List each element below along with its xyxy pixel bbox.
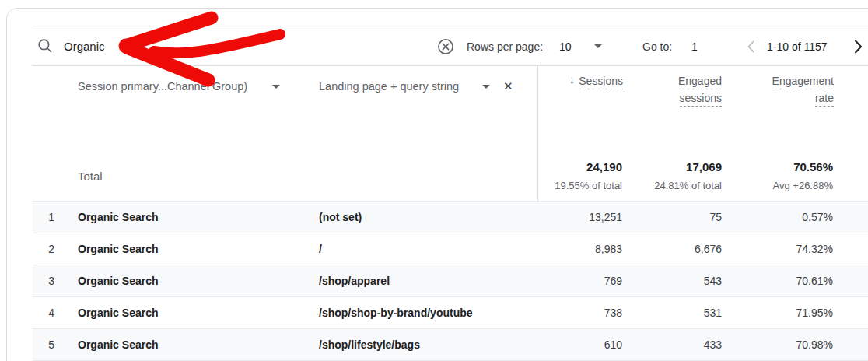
engaged-cell: 75: [636, 202, 722, 233]
total-rate-avg: Avg +26.88%: [732, 180, 833, 191]
engaged-cell: 433: [636, 329, 722, 360]
engaged-header-line2[interactable]: sessions: [680, 93, 722, 107]
total-label: Total: [78, 170, 103, 183]
total-engaged-sessions: 17,069 24.81% of total: [621, 160, 722, 191]
landing-page-cell: /shop/lifestyle/bags: [319, 329, 420, 360]
total-sessions: 24,190 19.55% of total: [521, 160, 622, 191]
sort-descending-icon[interactable]: ↓: [569, 72, 576, 86]
table-row: 3 Organic Search /shop/apparel 769 543 7…: [33, 265, 868, 297]
sessions-cell: 610: [529, 329, 622, 360]
rate-cell: 70.98%: [740, 329, 833, 360]
landing-page-cell: /shop/apparel: [319, 265, 390, 296]
analytics-report-table: Organic Rows per page: 10 Go to: 1 1-10 …: [0, 0, 868, 361]
previous-page-icon[interactable]: [744, 39, 759, 54]
sessions-cell: 769: [529, 265, 622, 296]
engaged-cell: 531: [636, 297, 722, 328]
clear-search-icon[interactable]: [437, 38, 454, 55]
toolbar-bottom-border: [33, 65, 868, 66]
search-icon: [37, 38, 53, 54]
table-row: 5 Organic Search /shop/lifestyle/bags 61…: [33, 329, 868, 361]
go-to-input[interactable]: 1: [691, 40, 698, 53]
rows-per-page-label: Rows per page:: [467, 40, 543, 53]
engaged-cell: 6,676: [636, 233, 722, 265]
rate-cell: 70.61%: [740, 265, 833, 296]
engaged-header-line1[interactable]: Engaged: [678, 75, 722, 89]
next-page-icon[interactable]: [849, 38, 866, 55]
channel-cell: Organic Search: [78, 297, 159, 328]
landing-page-cell: /shop/shop-by-brand/youtube: [319, 297, 473, 328]
column-header-engaged-sessions[interactable]: Engaged sessions: [678, 75, 722, 107]
pagination-range: 1-10 of 1157: [767, 40, 828, 53]
table-row: 2 Organic Search / 8,983 6,676 74.32%: [33, 233, 868, 265]
remove-landing-column-icon[interactable]: ✕: [503, 79, 513, 93]
row-index: 1: [33, 202, 54, 233]
rate-cell: 0.57%: [740, 202, 833, 233]
landing-page-cell: /: [319, 233, 322, 265]
rows-per-page-caret-icon[interactable]: [594, 44, 602, 48]
rate-header-line1[interactable]: Engagement: [772, 75, 834, 89]
channel-cell: Organic Search: [78, 202, 159, 233]
sessions-cell: 8,983: [529, 233, 622, 265]
engaged-cell: 543: [636, 265, 722, 296]
channel-cell: Organic Search: [78, 265, 159, 296]
sessions-cell: 738: [529, 297, 622, 328]
row-index: 2: [33, 233, 54, 265]
row-index: 5: [33, 329, 54, 360]
rate-cell: 71.95%: [740, 297, 833, 328]
column-header-channel[interactable]: Session primary...Channel Group): [78, 80, 247, 93]
total-engaged-value: 17,069: [621, 160, 722, 173]
total-sessions-value: 24,190: [521, 160, 622, 173]
search-input[interactable]: Organic: [64, 40, 105, 53]
total-sessions-share: 19.55% of total: [521, 180, 622, 191]
channel-cell: Organic Search: [78, 233, 159, 265]
sessions-cell: 13,251: [529, 202, 622, 233]
table-body: 1 Organic Search (not set) 13,251 75 0.5…: [33, 201, 868, 361]
rate-cell: 74.32%: [740, 233, 833, 265]
column-header-engagement-rate[interactable]: Engagement rate: [772, 75, 834, 107]
total-rate-value: 70.56%: [732, 160, 833, 173]
table-row: 1 Organic Search (not set) 13,251 75 0.5…: [33, 202, 868, 233]
toolbar-top-border: [33, 26, 868, 26]
channel-cell: Organic Search: [78, 329, 159, 360]
total-engagement-rate: 70.56% Avg +26.88%: [732, 160, 833, 191]
table-row: 4 Organic Search /shop/shop-by-brand/you…: [33, 297, 868, 329]
total-engaged-share: 24.81% of total: [621, 180, 722, 191]
landing-column-caret-icon[interactable]: [482, 85, 490, 89]
column-header-landing-page[interactable]: Landing page + query string: [319, 80, 459, 93]
rows-per-page-value[interactable]: 10: [559, 40, 572, 53]
rate-header-line2[interactable]: rate: [815, 93, 834, 107]
sessions-header-label[interactable]: Sessions: [579, 75, 623, 89]
go-to-label: Go to:: [642, 40, 672, 53]
column-header-sessions[interactable]: ↓Sessions: [569, 75, 623, 89]
landing-page-cell: (not set): [319, 202, 362, 233]
row-index: 4: [33, 297, 54, 328]
row-index: 3: [33, 265, 54, 296]
channel-column-caret-icon[interactable]: [272, 85, 280, 89]
